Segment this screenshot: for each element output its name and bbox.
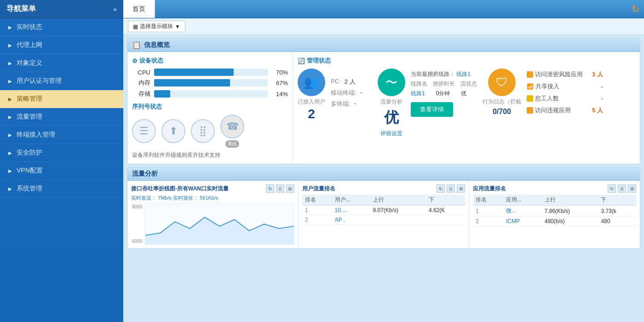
dropdown-icon: ▼ bbox=[175, 23, 180, 30]
resource-row-存储: 存储 14% bbox=[132, 90, 288, 98]
sidebar-item-label: 对象定义 bbox=[17, 59, 42, 67]
serial-icon-2: ⬆ bbox=[161, 119, 185, 143]
app-down-2: 480 bbox=[598, 217, 636, 226]
arrow-icon: ▶ bbox=[8, 132, 12, 138]
sidebar-item-realtime[interactable]: ▶实时状态 bbox=[0, 18, 123, 36]
info-panels: ⚙ 设备状态 CPU 70% 内存 67% 存储 14% 序列号状态 bbox=[127, 52, 640, 164]
topbar-right: ↻ bbox=[632, 0, 644, 18]
wan-panel: 接口吞吐率折线图-所有WAN口实时流量 ↻ ⎙ ⚙ 实时发送： 7Mb/s 实时… bbox=[127, 181, 299, 248]
up-2 bbox=[370, 215, 426, 225]
app-rank-1: 1 bbox=[473, 206, 503, 217]
multi-label: 多终端: bbox=[331, 100, 351, 108]
view-detail-button[interactable]: 查看详情 bbox=[411, 102, 453, 117]
topbar: 首页 ↻ bbox=[123, 0, 644, 18]
select-module-button[interactable]: ▦ 选择显示模块 ▼ bbox=[128, 21, 185, 32]
arrow-icon: ▶ bbox=[8, 61, 12, 66]
sidebar-header: 导航菜单 « bbox=[0, 0, 123, 18]
sidebar-item-flow[interactable]: ▶流量管理 bbox=[0, 108, 123, 126]
wan-refresh-icon[interactable]: ↻ bbox=[266, 184, 274, 193]
sidebar-item-label: 实时状态 bbox=[17, 23, 42, 31]
app-name-1[interactable]: 微... bbox=[503, 206, 542, 217]
module-icon: ▦ bbox=[133, 23, 138, 30]
sidebar-item-label: 安全防护 bbox=[17, 149, 42, 157]
serial-desc: 设备序列软件升级规则库升技术支持 bbox=[132, 151, 288, 159]
shield-icon: 🛡 bbox=[488, 69, 516, 96]
behavior-log-block: 🛡 行为日志（拦截 0/700 bbox=[483, 69, 521, 116]
sidebar-item-objects[interactable]: ▶对象定义 bbox=[0, 54, 123, 72]
app-name-2[interactable]: ICMP bbox=[503, 217, 542, 226]
rank-1: 1 bbox=[302, 206, 332, 215]
user-flow-thead: 排名 用户... 上行 下 bbox=[302, 195, 466, 206]
sidebar-item-label: 用户认证与管理 bbox=[17, 77, 62, 85]
flow-quality: 优 bbox=[384, 108, 399, 128]
user-flow-panel: 用户流量排名 ↻ ⎙ ⚙ 排名 用户... 上行 bbox=[299, 181, 470, 248]
wan-stats: 实时发送： 7Mb/s 实时接收： 561Kb/s bbox=[131, 195, 294, 201]
device-panel-title: ⚙ 设备状态 bbox=[132, 57, 288, 65]
resource-bar-fill bbox=[154, 69, 234, 76]
resource-row-内存: 内存 67% bbox=[132, 79, 288, 87]
sidebar-item-terminal[interactable]: ▶终端接入管理 bbox=[0, 126, 123, 144]
app-flow-title: 应用流量排名 bbox=[473, 185, 506, 193]
refresh-icon[interactable]: ↻ bbox=[632, 4, 639, 15]
sidebar-item-label: 终端接入管理 bbox=[17, 131, 55, 139]
user-2[interactable]: AP . bbox=[332, 215, 370, 225]
app-flow-thead: 排名 应用... 上行 下 bbox=[473, 195, 636, 206]
mgmt-icon: 🔄 bbox=[298, 58, 305, 64]
app-up-2: 480(b/s) bbox=[542, 217, 598, 226]
rating-label[interactable]: 评级设置 bbox=[380, 130, 402, 138]
yellow-dot bbox=[527, 95, 533, 102]
wan-print-icon[interactable]: ⎙ bbox=[276, 184, 284, 193]
app-settings-icon[interactable]: ⚙ bbox=[628, 184, 636, 193]
flow-status-value: 优 bbox=[461, 90, 466, 98]
sidebar-item-sysadmin[interactable]: ▶系统管理 bbox=[0, 180, 123, 198]
user-print-icon[interactable]: ⎙ bbox=[447, 184, 455, 193]
resource-bar-bg bbox=[154, 69, 268, 76]
serial-icons: ☰ ⬆ ⣿ ☎ 离线 bbox=[132, 115, 288, 148]
arrow-icon: ▶ bbox=[8, 168, 12, 173]
route-headers: 线路名 拥挤时长 流状态 bbox=[411, 80, 477, 88]
sidebar-item-policy[interactable]: ▶策略管理 bbox=[0, 90, 123, 108]
shared-access-value: - bbox=[601, 83, 603, 90]
user-1[interactable]: 10.... bbox=[332, 206, 370, 215]
violation-dot bbox=[527, 107, 533, 114]
info-overview-section: 📋 信息概览 ⚙ 设备状态 CPU 70% 内存 67 bbox=[127, 38, 640, 164]
wan-settings-icon[interactable]: ⚙ bbox=[286, 184, 294, 193]
mobile-row: 移动终端: - bbox=[331, 89, 372, 97]
arrow-icon: ▶ bbox=[8, 79, 12, 84]
congestion-time-header: 拥挤时长 bbox=[433, 80, 455, 88]
shared-access-row: 📶 共享接入 - bbox=[527, 82, 603, 91]
chart-container: 8000 6000 bbox=[131, 203, 294, 245]
sidebar-item-security[interactable]: ▶安全防护 bbox=[0, 144, 123, 162]
resource-bar-fill bbox=[154, 79, 230, 86]
flow-panels: 接口吞吐率折线图-所有WAN口实时流量 ↻ ⎙ ⚙ 实时发送： 7Mb/s 实时… bbox=[127, 181, 640, 248]
arrow-icon: ▶ bbox=[8, 115, 12, 120]
wan-panel-icons: ↻ ⎙ ⚙ bbox=[266, 184, 294, 193]
app-refresh-icon[interactable]: ↻ bbox=[608, 184, 616, 193]
home-tab[interactable]: 首页 bbox=[123, 0, 155, 18]
recv-value: 561Kb/s bbox=[200, 195, 218, 201]
user-flow-header: 用户流量排名 ↻ ⎙ ⚙ bbox=[302, 184, 466, 193]
sidebar-title: 导航菜单 bbox=[6, 4, 36, 14]
user-settings-icon[interactable]: ⚙ bbox=[457, 184, 465, 193]
offline-badge: 离线 bbox=[225, 140, 239, 148]
content-area: 📋 信息概览 ⚙ 设备状态 CPU 70% 内存 67 bbox=[123, 35, 644, 322]
access-risk-row: 访问泄密风险应用 3 人 bbox=[527, 70, 603, 79]
flow-analysis-header: 流量分析 bbox=[127, 167, 640, 181]
select-module-label: 选择显示模块 bbox=[140, 23, 173, 30]
flow-icon: 〜 bbox=[378, 69, 405, 96]
sidebar-item-auth[interactable]: ▶用户认证与管理 bbox=[0, 72, 123, 90]
app-flow-header-row: 排名 应用... 上行 下 bbox=[473, 195, 636, 206]
mgmt-panel-title: 🔄 管理状态 bbox=[298, 57, 635, 65]
resource-bar-bg bbox=[154, 90, 268, 98]
rank-2: 2 bbox=[302, 215, 332, 225]
app-print-icon[interactable]: ⎙ bbox=[618, 184, 626, 193]
sidebar-item-proxy[interactable]: ▶代理上网 bbox=[0, 36, 123, 54]
congestion-line-value: 线路1 bbox=[456, 71, 471, 77]
sidebar-item-vpn[interactable]: ▶VPN配置 bbox=[0, 162, 123, 180]
user-detail-block: PC: 2 人 移动终端: - 多终端: - bbox=[331, 69, 372, 108]
app-flow-table: 排名 应用... 上行 下 1 微... 7.86(Kb/s) bbox=[473, 195, 636, 226]
sidebar-collapse-btn[interactable]: « bbox=[113, 6, 117, 13]
toolbar: ▦ 选择显示模块 ▼ bbox=[123, 18, 644, 35]
user-flow-header-row: 排名 用户... 上行 下 bbox=[302, 195, 466, 206]
user-refresh-icon[interactable]: ↻ bbox=[437, 184, 445, 193]
